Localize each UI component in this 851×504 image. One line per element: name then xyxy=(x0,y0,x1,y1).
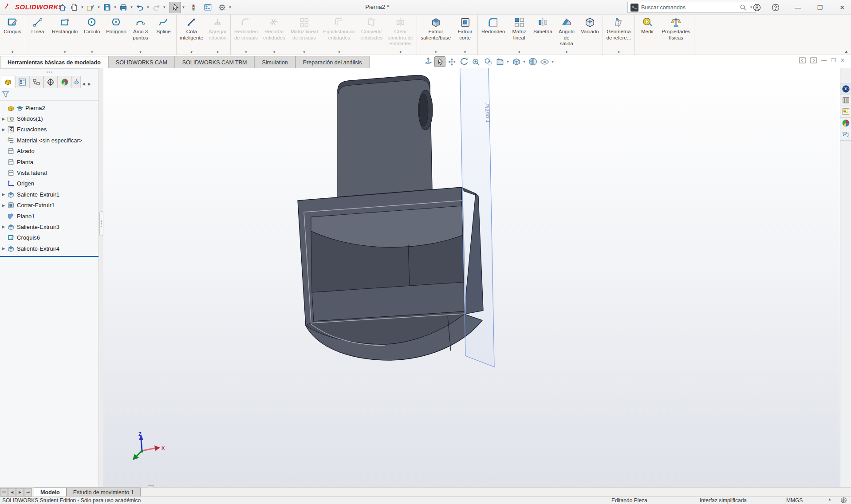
traffic-light-rebuild-icon[interactable] xyxy=(188,2,199,13)
tree-item-ecuaciones[interactable]: ▶Ecuaciones xyxy=(0,124,98,135)
ribbon-matriz-lineal-button[interactable]: Matriz lineal▼ xyxy=(508,16,531,55)
ribbon-geometria-referencia-button[interactable]: Geometría de refere...▼ xyxy=(604,16,634,55)
command-search[interactable]: >_ ▼ xyxy=(627,2,756,13)
tree-item-material[interactable]: Material <sin especificar> xyxy=(0,135,98,146)
filter-funnel-icon[interactable] xyxy=(2,91,9,98)
ribbon-circulo-button[interactable]: Círculo▼ xyxy=(80,16,103,55)
tree-item-alzado[interactable]: Alzado xyxy=(0,146,98,157)
undo-button[interactable] xyxy=(134,2,146,13)
tab-simulation[interactable]: Simulation xyxy=(254,56,295,68)
part-model[interactable] xyxy=(298,75,483,360)
doc-restore-button[interactable]: ❐ xyxy=(831,57,836,63)
task-pane-design-library-button[interactable] xyxy=(840,94,851,106)
tree-item-saliente-extruir3[interactable]: ▶Saliente-Extruir3 xyxy=(0,221,98,232)
tab-dimxpert[interactable] xyxy=(43,76,58,88)
home-button[interactable] xyxy=(57,2,68,13)
tab-configuration-manager[interactable] xyxy=(29,76,43,88)
ribbon-spline-button[interactable]: Spline xyxy=(152,16,175,55)
tab-preparacion-analisis[interactable]: Preparación del análisis xyxy=(295,56,370,68)
print-caret-icon[interactable]: ▼ xyxy=(129,5,134,9)
restore-button[interactable]: ❐ xyxy=(814,4,826,11)
doc-close-button[interactable]: ✕ xyxy=(840,57,845,63)
select-button[interactable] xyxy=(434,56,445,67)
dropdown-caret-icon[interactable]: ▼ xyxy=(190,51,193,54)
tree-item-saliente-extruir4[interactable]: ▶Saliente-Extruir4 xyxy=(0,243,98,254)
save-button[interactable] xyxy=(101,2,113,13)
ribbon-angulo-salida-button[interactable]: Ángulo de salida▼ xyxy=(555,16,578,55)
tab-solidworks-cam[interactable]: SOLIDWORKS CAM xyxy=(108,56,175,68)
dropdown-caret-icon[interactable]: ▼ xyxy=(523,60,526,63)
dropdown-caret-icon[interactable]: ▼ xyxy=(464,51,467,54)
ribbon-linea-button[interactable]: Línea xyxy=(26,16,49,55)
expand-arrow-icon[interactable]: ▶ xyxy=(0,224,7,229)
tree-item-plano1[interactable]: Plano1 xyxy=(0,211,98,221)
select-tool-button[interactable] xyxy=(169,2,181,13)
tab-property-manager[interactable] xyxy=(15,76,29,88)
graphics-viewport[interactable]: Plano 1 Z X xyxy=(103,68,840,487)
help-icon[interactable] xyxy=(771,3,780,12)
tree-item-part-root[interactable]: Pierna2 xyxy=(0,102,98,113)
task-pane-comments-button[interactable] xyxy=(840,129,851,141)
search-input[interactable] xyxy=(641,4,737,11)
dropdown-caret-icon[interactable]: ▼ xyxy=(11,51,14,54)
tab-feature-tree[interactable] xyxy=(1,75,15,88)
rollback-bar[interactable] xyxy=(0,256,98,257)
tree-filter-row[interactable] xyxy=(0,88,98,101)
next-tab-button[interactable]: ▶ xyxy=(16,488,24,496)
dropdown-caret-icon[interactable]: ▼ xyxy=(518,51,521,54)
dropdown-caret-icon[interactable]: ▼ xyxy=(506,60,510,63)
tree-item-croquis6[interactable]: Croquis6 xyxy=(0,232,98,243)
display-style-button[interactable] xyxy=(511,56,522,67)
panel-tabs-left-arrow-icon[interactable]: ◀ xyxy=(81,82,87,88)
tab-solidworks-cam-tbm[interactable]: SOLIDWORKS CAM TBM xyxy=(175,56,255,68)
panel-splitter[interactable] xyxy=(98,68,103,487)
ribbon-croquis-button[interactable]: Croquis▼ xyxy=(1,16,24,55)
ribbon-collapse-icon[interactable]: ▲ xyxy=(844,49,848,54)
tree-item-cortar-extruir1[interactable]: ▶Cortar-Extruir1 xyxy=(0,200,98,211)
tree-item-origen[interactable]: Origen xyxy=(0,178,98,189)
view-normal-to-button[interactable] xyxy=(422,56,433,67)
expand-arrow-icon[interactable]: ▶ xyxy=(0,203,7,208)
task-pane-appearances-button[interactable] xyxy=(840,118,851,129)
select-caret-icon[interactable]: ▼ xyxy=(181,5,186,9)
open-caret-icon[interactable]: ▼ xyxy=(96,5,101,9)
model-canvas[interactable]: Plano 1 Z X xyxy=(103,68,840,487)
tab-modelo[interactable]: Modelo xyxy=(34,488,67,496)
dropdown-caret-icon[interactable]: ▼ xyxy=(139,51,142,54)
close-button[interactable]: ✕ xyxy=(836,4,848,11)
tree-item-vista-lateral[interactable]: Vista lateral xyxy=(0,167,98,178)
ribbon-extruir-saliente-button[interactable]: Extruir saliente/base▼ xyxy=(418,16,453,55)
dropdown-caret-icon[interactable]: ▼ xyxy=(551,60,555,63)
section-view-button[interactable] xyxy=(527,56,538,67)
tab-cam-manager[interactable] xyxy=(72,76,81,88)
options-caret-icon[interactable]: ▼ xyxy=(228,5,232,9)
ribbon-extruir-corte-button[interactable]: Extruir corte▼ xyxy=(453,16,477,55)
ribbon-vaciado-button[interactable]: Vaciado xyxy=(578,16,602,55)
ribbon-propiedades-fisicas-button[interactable]: Propiedades físicas xyxy=(659,16,693,55)
expand-arrow-icon[interactable]: ▶ xyxy=(0,192,7,197)
panel-grip[interactable] xyxy=(0,69,98,75)
collapse-left-pane-icon[interactable] xyxy=(799,57,806,63)
tree-item-planta[interactable]: Planta xyxy=(0,157,98,167)
task-pane-view-palette-button[interactable] xyxy=(840,106,851,118)
file-properties-button[interactable] xyxy=(202,2,213,13)
status-tag-icon[interactable] xyxy=(840,497,847,504)
search-icon[interactable] xyxy=(740,4,747,11)
ribbon-simetria-button[interactable]: Simetría xyxy=(531,16,555,55)
ribbon-poligono-button[interactable]: Polígono xyxy=(103,16,129,55)
zoom-to-fit-button[interactable] xyxy=(470,56,481,67)
ribbon-rectangulo-button[interactable]: Rectángulo▼ xyxy=(49,16,80,55)
task-pane-resources-button[interactable] xyxy=(840,83,851,94)
rotate-view-button[interactable] xyxy=(458,56,469,67)
doc-minimize-button[interactable]: — xyxy=(821,57,827,63)
options-gear-button[interactable] xyxy=(216,2,228,13)
open-button[interactable] xyxy=(85,2,96,13)
tab-bar-splitter-handle[interactable] xyxy=(148,485,154,488)
tree-item-saliente-extruir1[interactable]: ▶Saliente-Extruir1 xyxy=(0,189,98,200)
new-document-button[interactable] xyxy=(68,2,80,13)
tab-display-manager[interactable] xyxy=(58,76,72,88)
expand-right-pane-icon[interactable] xyxy=(810,57,817,63)
user-account-icon[interactable] xyxy=(753,3,761,12)
expand-arrow-icon[interactable]: ▶ xyxy=(0,246,7,251)
save-caret-icon[interactable]: ▼ xyxy=(113,5,118,9)
